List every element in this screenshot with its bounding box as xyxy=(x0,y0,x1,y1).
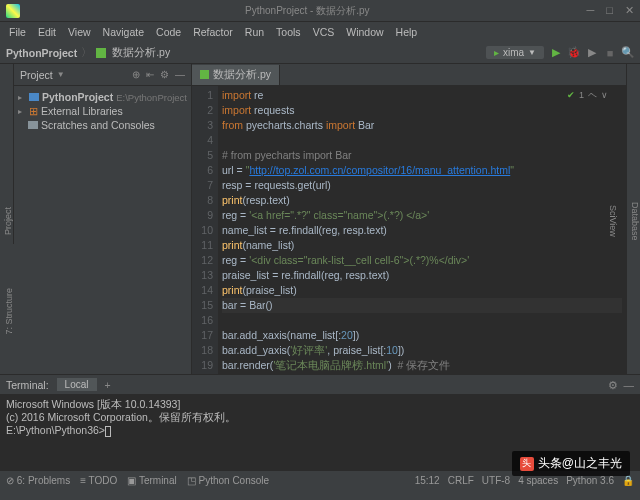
menu-window[interactable]: Window xyxy=(341,24,388,40)
chevron-up-icon[interactable]: ヘ xyxy=(588,88,597,103)
terminal-button[interactable]: ▣ Terminal xyxy=(127,475,176,486)
hide-icon[interactable]: — xyxy=(175,69,185,80)
run-icon[interactable]: ▶ xyxy=(550,47,562,59)
left-tool-strip-bottom: 7: Structure 2: Favorites xyxy=(0,244,14,374)
terminal-hide-icon[interactable]: — xyxy=(624,379,635,391)
code-lines[interactable]: import reimport requestsfrom pyecharts.c… xyxy=(218,86,626,374)
titlebar: PythonProject - 数据分析.py ─ □ ✕ xyxy=(0,0,640,22)
project-panel: Project ▼ ⊕ ⇤ ⚙ — ▸ PythonProject E:\Pyt… xyxy=(14,64,192,374)
menu-view[interactable]: View xyxy=(63,24,96,40)
line-separator[interactable]: CRLF xyxy=(448,475,474,486)
menu-code[interactable]: Code xyxy=(151,24,186,40)
inspection-check-icon[interactable]: ✔ xyxy=(567,88,575,103)
python-file-icon xyxy=(96,48,106,58)
terminal-tab[interactable]: Local xyxy=(57,378,97,391)
tree-root[interactable]: ▸ PythonProject E:\PythonProject xyxy=(16,90,189,104)
menu-help[interactable]: Help xyxy=(391,24,423,40)
chevron-down-icon[interactable]: ∨ xyxy=(601,88,608,103)
gear-icon[interactable]: ⚙ xyxy=(160,69,169,80)
breadcrumb-project[interactable]: PythonProject xyxy=(6,47,77,59)
editor-tab[interactable]: 数据分析.py xyxy=(192,65,280,85)
tree-scratches[interactable]: Scratches and Consoles xyxy=(16,118,189,132)
minimize-icon[interactable]: ─ xyxy=(587,4,595,17)
terminal-label: Terminal: xyxy=(6,379,49,391)
close-icon[interactable]: ✕ xyxy=(625,4,634,17)
interpreter[interactable]: Python 3.6 xyxy=(566,475,614,486)
navbar: PythonProject 〉 数据分析.py ▸ xima ▼ ▶ 🐞 ▶ ■… xyxy=(0,42,640,64)
tree-external-libs[interactable]: ▸⊞ External Libraries xyxy=(16,104,189,118)
debug-icon[interactable]: 🐞 xyxy=(568,47,580,59)
structure-tool-button[interactable]: 7: Structure xyxy=(4,288,14,335)
stop-icon[interactable]: ■ xyxy=(604,47,616,59)
todo-button[interactable]: ≡ TODO xyxy=(80,475,117,486)
menu-edit[interactable]: Edit xyxy=(33,24,61,40)
problems-button[interactable]: ⊘ 6: Problems xyxy=(6,475,70,486)
editor: 数据分析.py 1234567891011121314151617181920 … xyxy=(192,64,626,374)
add-terminal-icon[interactable]: + xyxy=(105,379,111,391)
code-area[interactable]: 1234567891011121314151617181920 import r… xyxy=(192,86,626,374)
toutiao-logo-icon: 头 xyxy=(520,457,534,471)
breadcrumb-file[interactable]: 数据分析.py xyxy=(112,46,170,60)
target-icon[interactable]: ⊕ xyxy=(132,69,140,80)
pycharm-logo-icon xyxy=(6,4,20,18)
encoding[interactable]: UTF-8 xyxy=(482,475,510,486)
menu-vcs[interactable]: VCS xyxy=(308,24,340,40)
menu-refactor[interactable]: Refactor xyxy=(188,24,238,40)
terminal-gear-icon[interactable]: ⚙ xyxy=(608,379,618,391)
search-icon[interactable]: 🔍 xyxy=(622,47,634,59)
indent[interactable]: 4 spaces xyxy=(518,475,558,486)
chevron-right-icon: 〉 xyxy=(81,46,92,60)
menu-run[interactable]: Run xyxy=(240,24,269,40)
menubar: FileEditViewNavigateCodeRefactorRunTools… xyxy=(0,22,640,42)
project-tool-button[interactable]: Project xyxy=(3,207,13,235)
menu-file[interactable]: File xyxy=(4,24,31,40)
menu-tools[interactable]: Tools xyxy=(271,24,306,40)
gutter: 1234567891011121314151617181920 xyxy=(192,86,218,374)
project-header-label: Project xyxy=(20,69,53,81)
cursor-position: 15:12 xyxy=(415,475,440,486)
lock-icon[interactable]: 🔒 xyxy=(622,475,634,486)
maximize-icon[interactable]: □ xyxy=(606,4,613,17)
right-tool-strip: Database SciView xyxy=(626,64,640,374)
database-tool-button[interactable]: Database xyxy=(630,202,640,241)
run-config-dropdown[interactable]: ▸ xima ▼ xyxy=(486,46,544,59)
collapse-icon[interactable]: ⇤ xyxy=(146,69,154,80)
python-file-icon xyxy=(200,70,209,79)
python-console-button[interactable]: ◳ Python Console xyxy=(187,475,269,486)
window-title: PythonProject - 数据分析.py xyxy=(28,4,587,18)
watermark: 头 头条@山之丰光 xyxy=(512,451,630,476)
run-with-coverage-icon[interactable]: ▶ xyxy=(586,47,598,59)
menu-navigate[interactable]: Navigate xyxy=(98,24,149,40)
